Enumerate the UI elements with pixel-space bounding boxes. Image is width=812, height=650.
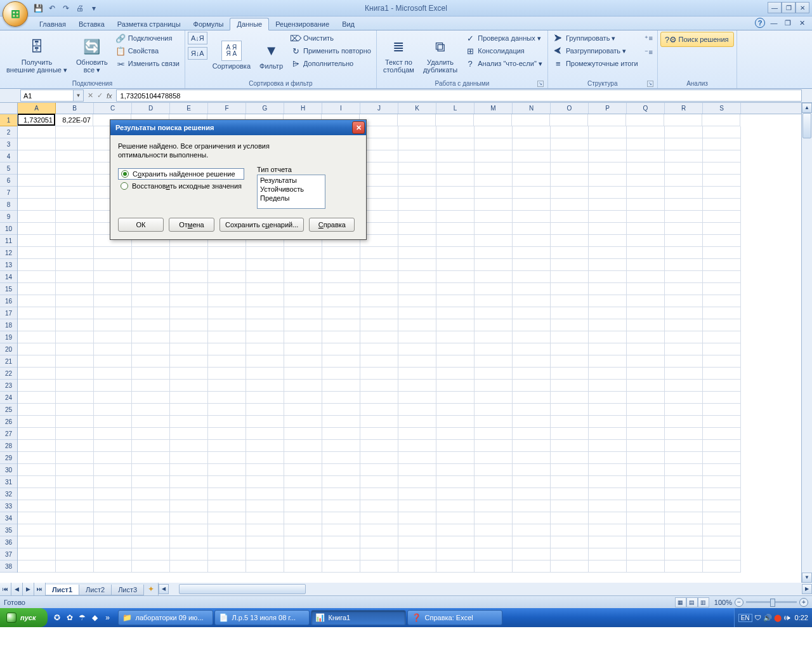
cell[interactable] [284,343,322,355]
cell[interactable] [360,259,398,271]
cell[interactable] [475,223,513,235]
tab-layout[interactable]: Разметка страницы [111,18,187,30]
cell[interactable] [513,464,551,476]
cell[interactable] [208,500,246,512]
cell[interactable] [513,536,551,548]
cell[interactable] [56,416,94,428]
cell[interactable] [398,295,436,307]
cell[interactable] [94,331,132,343]
cell[interactable] [208,355,246,368]
cell[interactable] [284,440,322,452]
cell[interactable] [627,175,665,187]
cell[interactable] [170,404,208,416]
cell[interactable] [436,199,475,211]
taskbar-app-button[interactable]: 📊Книга1 [311,610,406,625]
cell[interactable] [551,488,589,500]
help-icon[interactable]: ? [755,18,765,28]
cell[interactable] [360,452,398,464]
cell[interactable] [703,331,741,343]
cell[interactable] [589,548,627,560]
cell[interactable] [513,283,551,295]
cell[interactable] [398,355,436,368]
tray-icon[interactable]: 🛡 [754,614,761,621]
cell[interactable] [56,150,94,162]
cell[interactable] [284,247,322,259]
cell[interactable] [627,536,665,548]
cell[interactable] [132,380,170,392]
cell[interactable] [551,548,589,560]
cell[interactable] [398,307,436,319]
cell[interactable] [56,259,94,271]
ql-icon[interactable]: ◆ [89,612,101,623]
cell[interactable] [436,512,475,524]
row-header[interactable]: 14 [0,271,17,283]
cell[interactable] [589,368,627,380]
cell[interactable] [398,440,436,452]
data-validation-button[interactable]: ✓Проверка данных ▾ [462,32,545,44]
taskbar-app-button[interactable]: 📁лабораторки 09 ию... [118,610,213,625]
cell[interactable] [589,150,627,162]
cell[interactable] [284,404,322,416]
cell[interactable] [18,283,56,295]
cell[interactable] [170,500,208,512]
cell[interactable] [703,319,741,331]
cell[interactable] [665,247,703,259]
cell[interactable] [360,247,398,259]
cell[interactable] [551,138,589,150]
cell[interactable] [475,138,513,150]
cell[interactable] [284,428,322,440]
cell[interactable] [360,512,398,524]
cell[interactable] [665,343,703,355]
row-header[interactable]: 31 [0,476,17,488]
taskbar-app-button[interactable]: 📄Л.р.5 13 июля 08 г... [214,610,310,625]
cell[interactable] [18,271,56,283]
cell[interactable] [436,524,475,536]
cell[interactable] [132,464,170,476]
cell[interactable] [513,500,551,512]
cell[interactable] [703,162,741,175]
cell[interactable] [627,476,665,488]
cell[interactable] [170,368,208,380]
cell[interactable] [398,560,436,573]
cancel-edit-icon[interactable]: ✕ [88,91,93,100]
cell[interactable] [56,512,94,524]
dialog-launcher-icon[interactable]: ↘ [647,81,653,87]
cell[interactable] [475,512,513,524]
cell[interactable] [94,500,132,512]
cell[interactable] [589,428,627,440]
cell[interactable] [284,319,322,331]
sort-button[interactable]: А ЯЯ А Сортировка [209,32,254,79]
cell[interactable] [322,343,360,355]
cell[interactable] [246,380,284,392]
cell[interactable] [436,114,474,126]
cell[interactable] [513,476,551,488]
row-header[interactable]: 27 [0,428,17,440]
column-header[interactable]: A [18,103,56,114]
column-header[interactable]: H [284,103,322,114]
cell[interactable] [665,355,703,368]
cell[interactable] [475,464,513,476]
cell[interactable] [322,548,360,560]
cell[interactable] [475,500,513,512]
cell[interactable] [703,452,741,464]
cell[interactable] [246,247,284,259]
page-layout-button[interactable]: ▤ [686,597,698,607]
cell[interactable] [322,368,360,380]
save-scenario-button[interactable]: Сохранить сценарий... [219,218,304,232]
cell[interactable] [551,247,589,259]
cell[interactable] [475,247,513,259]
vscroll-thumb[interactable] [802,113,811,138]
cell[interactable] [18,416,56,428]
cell[interactable] [703,440,741,452]
cell[interactable] [56,380,94,392]
cell[interactable] [475,199,513,211]
show-detail-button[interactable]: ⁺≡ [643,32,655,44]
cell[interactable] [132,416,170,428]
cell[interactable] [18,126,56,138]
cell[interactable] [398,114,436,126]
cell[interactable] [513,295,551,307]
cell[interactable] [703,464,741,476]
cell[interactable] [551,524,589,536]
cell[interactable] [56,235,94,247]
row-header[interactable]: 5 [0,162,17,175]
